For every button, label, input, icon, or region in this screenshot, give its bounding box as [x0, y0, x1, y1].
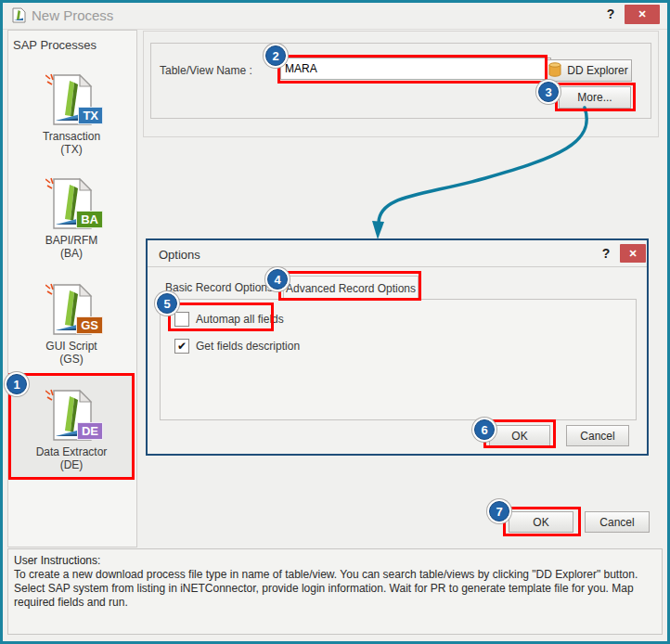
- sidebar-item-sublabel: (GS): [10, 353, 133, 366]
- sidebar-item-bapi-rfm[interactable]: BA BAPI/RFM (BA): [10, 172, 133, 269]
- sidebar-item-label: Transaction: [10, 130, 133, 143]
- table-view-name-input[interactable]: [280, 58, 551, 80]
- step-circle-3: 3: [538, 82, 559, 102]
- instructions-body: To create a new download process file ty…: [14, 568, 656, 610]
- checkbox-label: Get fields description: [196, 340, 300, 353]
- options-help-button[interactable]: ?: [599, 246, 613, 263]
- step-circle-2: 2: [265, 45, 286, 66]
- checkbox-box[interactable]: [174, 312, 189, 327]
- dd-explorer-label: DD Explorer: [567, 64, 627, 77]
- step-circle-7: 7: [489, 501, 509, 522]
- sidebar-item-label: Data Extractor: [10, 445, 133, 458]
- dd-explorer-button[interactable]: DD Explorer: [545, 59, 632, 82]
- instructions-header: User Instructions:: [14, 554, 100, 567]
- new-process-window: New Process ? ✕ SAP Processes TX Transac…: [0, 0, 670, 644]
- transaction-file-icon: TX: [45, 72, 97, 126]
- sap-processes-panel: SAP Processes TX Transaction (TX): [7, 30, 137, 547]
- gui-script-file-icon: GS: [45, 282, 97, 336]
- table-view-name-label: Table/View Name :: [160, 64, 252, 77]
- app-icon: [11, 7, 27, 26]
- window-title: New Process: [32, 7, 113, 23]
- sidebar-item-label: BAPI/RFM: [10, 234, 133, 247]
- step-circle-6: 6: [474, 419, 495, 440]
- tab-advanced-record-options[interactable]: Advanced Record Options: [283, 276, 419, 300]
- options-tab-page: Automap all fields ✔ Get fields descript…: [160, 299, 637, 420]
- ok-button[interactable]: OK: [509, 511, 573, 533]
- options-cancel-button[interactable]: Cancel: [566, 425, 629, 446]
- data-extractor-badge: DE: [77, 422, 103, 440]
- sidebar-item-transaction[interactable]: TX Transaction (TX): [10, 68, 133, 165]
- bapi-file-icon: BA: [45, 176, 97, 230]
- window-help-button[interactable]: ?: [603, 6, 618, 23]
- user-instructions-panel: User Instructions: To create a new downl…: [7, 548, 663, 635]
- automap-all-fields-checkbox[interactable]: Automap all fields: [174, 312, 284, 327]
- sidebar-header: SAP Processes: [13, 38, 97, 52]
- options-dialog-title: Options: [159, 248, 200, 262]
- sidebar-item-sublabel: (TX): [10, 143, 133, 156]
- checkbox-box[interactable]: ✔: [174, 339, 189, 354]
- annotation-arrow: [367, 104, 608, 243]
- options-ok-button[interactable]: OK: [489, 425, 550, 446]
- data-extractor-file-icon: DE: [45, 388, 97, 442]
- cancel-button[interactable]: Cancel: [585, 511, 650, 533]
- transaction-badge: TX: [78, 107, 103, 124]
- sidebar-item-gui-script[interactable]: GS GUI Script (GS): [10, 277, 133, 375]
- window-close-button[interactable]: ✕: [625, 5, 660, 24]
- options-dialog: Options ? ✕ Basic Record Options Advance…: [146, 238, 649, 456]
- checkbox-label: Automap all fields: [196, 313, 284, 326]
- options-titlebar-divider: [148, 266, 647, 267]
- sidebar-item-label: GUI Script: [10, 340, 133, 353]
- tab-basic-record-options[interactable]: Basic Record Options: [162, 276, 276, 300]
- sidebar-item-data-extractor[interactable]: DE Data Extractor (DE): [10, 375, 133, 479]
- options-close-button[interactable]: ✕: [620, 244, 646, 263]
- bapi-badge: BA: [76, 211, 103, 228]
- sidebar-item-sublabel: (BA): [10, 247, 133, 260]
- database-icon: [548, 62, 561, 80]
- get-fields-description-checkbox[interactable]: ✔ Get fields description: [174, 339, 300, 354]
- step-circle-4: 4: [267, 269, 288, 290]
- step-circle-5: 5: [157, 293, 177, 314]
- sidebar-item-sublabel: (DE): [10, 458, 133, 471]
- gui-script-badge: GS: [76, 316, 103, 334]
- step-circle-1: 1: [6, 374, 27, 394]
